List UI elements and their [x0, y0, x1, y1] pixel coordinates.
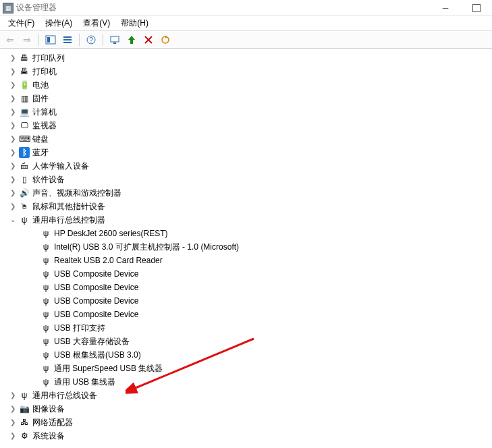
tree-device-usb-mass-storage[interactable]: ❯ ψ USB 大容量存储设备: [5, 335, 492, 348]
usb-device-icon: ψ: [40, 309, 51, 320]
tree-category[interactable]: ❯ 📷 图像设备: [5, 402, 492, 416]
chevron-right-icon[interactable]: ❯: [8, 391, 18, 400]
uninstall-device-button[interactable]: [141, 32, 156, 47]
chevron-right-icon[interactable]: ❯: [8, 404, 18, 414]
device-label: 通用 SuperSpeed USB 集线器: [54, 362, 163, 375]
help-button[interactable]: ?: [84, 32, 99, 47]
monitor-icon: [109, 34, 120, 45]
chevron-right-icon[interactable]: ❯: [8, 80, 18, 90]
chevron-right-icon[interactable]: ❯: [8, 175, 18, 184]
tree-category[interactable]: ❯ 💻 计算机: [5, 105, 492, 119]
usb-icon: ψ: [19, 215, 30, 225]
usb-icon: ψ: [19, 390, 30, 401]
tree-device[interactable]: ❯ ψ HP DeskJet 2600 series(REST): [5, 227, 492, 240]
tree-device[interactable]: ❯ ψ USB 根集线器(USB 3.0): [5, 348, 492, 362]
chevron-right-icon[interactable]: ❯: [8, 148, 18, 157]
imaging-icon: 📷: [19, 403, 30, 414]
tree-category[interactable]: ❯ 🖵 监视器: [5, 119, 492, 132]
chevron-down-icon[interactable]: ⌄: [8, 215, 18, 225]
usb-device-icon: ψ: [40, 269, 51, 279]
menu-action[interactable]: 操作(A): [40, 16, 78, 30]
category-label: 人体学输入设备: [32, 159, 89, 173]
usb-device-icon: ψ: [40, 228, 51, 239]
device-tree[interactable]: ❯ 🖶 打印队列 ❯ 🖶 打印机 ❯ 🔋 电池 ❯ ▥ 固件 ❯ 💻 计算机 ❯…: [0, 49, 492, 448]
tree-device[interactable]: ❯ ψ 通用 USB 集线器: [5, 375, 492, 389]
tree-device[interactable]: ❯ ψ Intel(R) USB 3.0 可扩展主机控制器 - 1.0 (Mic…: [5, 240, 492, 254]
tree-device[interactable]: ❯ ψ Realtek USB 2.0 Card Reader: [5, 254, 492, 267]
tree-device[interactable]: ❯ ψ 通用 SuperSpeed USB 集线器: [5, 362, 492, 375]
usb-device-icon: ψ: [40, 282, 51, 293]
chevron-right-icon[interactable]: ❯: [8, 53, 18, 63]
tree-category[interactable]: ❯ 🔋 电池: [5, 78, 492, 92]
tree-category[interactable]: ❯ 🖱 鼠标和其他指针设备: [5, 200, 492, 213]
chevron-right-icon[interactable]: ❯: [8, 202, 18, 211]
menu-file[interactable]: 文件(F): [3, 16, 40, 30]
devices-by-type-button[interactable]: [60, 32, 75, 47]
usb-device-icon: ψ: [40, 323, 51, 333]
tree-category[interactable]: ❯ ψ 通用串行总线设备: [5, 389, 492, 402]
tree-category[interactable]: ❯ 🖶 打印队列: [5, 51, 492, 65]
update-driver-button[interactable]: [158, 32, 173, 47]
device-label: USB Composite Device: [54, 308, 138, 321]
enable-device-button[interactable]: [124, 32, 139, 47]
delete-icon: [143, 34, 154, 45]
scan-hardware-button[interactable]: [107, 32, 122, 47]
tree-category[interactable]: ❯ ▯ 软件设备: [5, 173, 492, 186]
back-button[interactable]: ⇐: [3, 32, 18, 47]
forward-button[interactable]: ⇒: [20, 32, 34, 47]
menu-view[interactable]: 查看(V): [78, 16, 115, 30]
tree-category[interactable]: ❯ ⌨ 键盘: [5, 132, 492, 146]
usb-device-icon: ψ: [40, 296, 51, 306]
tree-category[interactable]: ❯ ᛒ 蓝牙: [5, 146, 492, 159]
tree-device[interactable]: ❯ ψ USB Composite Device: [5, 294, 492, 308]
device-label: USB Composite Device: [54, 294, 138, 308]
panels-icon: [45, 34, 56, 45]
tree-category[interactable]: ❯ 🖮 人体学输入设备: [5, 159, 492, 173]
chevron-right-icon[interactable]: ❯: [8, 107, 18, 117]
firmware-icon: ▥: [19, 93, 30, 104]
show-hidden-button[interactable]: [43, 32, 58, 47]
tree-category[interactable]: ❯ 🔊 声音、视频和游戏控制器: [5, 186, 492, 200]
minimize-button[interactable]: ─: [430, 0, 461, 16]
hid-icon: 🖮: [19, 161, 30, 171]
chevron-right-icon[interactable]: ❯: [8, 188, 18, 198]
maximize-button[interactable]: [461, 0, 492, 16]
svg-text:?: ?: [89, 36, 93, 44]
tree-device[interactable]: ❯ ψ USB 打印支持: [5, 321, 492, 335]
help-icon: ?: [86, 34, 97, 45]
chevron-right-icon[interactable]: ❯: [8, 161, 18, 171]
tree-device[interactable]: ❯ ψ USB Composite Device: [5, 308, 492, 321]
svg-rect-3: [63, 39, 72, 40]
chevron-right-icon[interactable]: ❯: [8, 94, 18, 103]
tree-category-usb-controllers[interactable]: ⌄ ψ 通用串行总线控制器: [5, 213, 492, 227]
chevron-right-icon[interactable]: ❯: [8, 418, 18, 427]
category-label: 系统设备: [32, 429, 65, 443]
usb-device-icon: ψ: [40, 349, 51, 360]
network-icon: 🖧: [19, 417, 30, 428]
category-label: 监视器: [32, 119, 57, 132]
category-label: 电池: [32, 78, 49, 92]
battery-icon: 🔋: [19, 80, 30, 90]
device-label: USB Composite Device: [54, 281, 138, 294]
svg-rect-1: [47, 37, 50, 43]
category-label: 计算机: [32, 105, 57, 119]
arrow-up-green-icon: [126, 34, 137, 45]
menu-bar: 文件(F) 操作(A) 查看(V) 帮助(H): [0, 16, 492, 31]
chevron-right-icon[interactable]: ❯: [8, 121, 18, 130]
tree-category[interactable]: ❯ 🖧 网络适配器: [5, 416, 492, 429]
device-label: Intel(R) USB 3.0 可扩展主机控制器 - 1.0 (Microso…: [54, 240, 239, 254]
tree-category[interactable]: ❯ ⚙ 系统设备: [5, 429, 492, 443]
tree-device[interactable]: ❯ ψ USB Composite Device: [5, 267, 492, 281]
tree-category[interactable]: ❯ ▥ 固件: [5, 92, 492, 105]
chevron-right-icon[interactable]: ❯: [8, 67, 18, 76]
device-label: Realtek USB 2.0 Card Reader: [54, 254, 163, 267]
tree-device[interactable]: ❯ ψ USB Composite Device: [5, 281, 492, 294]
category-label: 鼠标和其他指针设备: [32, 200, 105, 213]
chevron-right-icon[interactable]: ❯: [8, 134, 18, 144]
device-label: USB Composite Device: [54, 267, 138, 281]
menu-help[interactable]: 帮助(H): [115, 16, 154, 30]
svg-rect-8: [113, 43, 116, 44]
chevron-right-icon[interactable]: ❯: [8, 431, 18, 441]
tree-category[interactable]: ❯ 🖶 打印机: [5, 65, 492, 78]
device-label: USB 大容量存储设备: [54, 335, 130, 348]
